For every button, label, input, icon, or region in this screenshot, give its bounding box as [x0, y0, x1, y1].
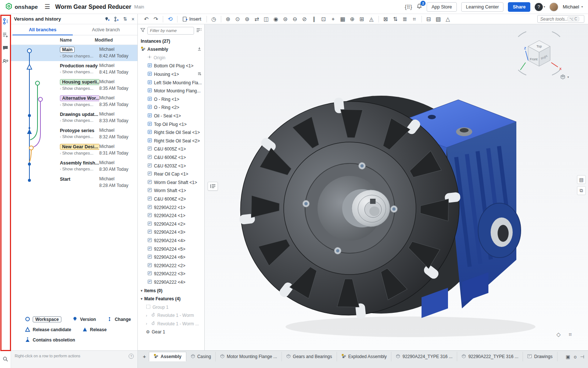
mate-features-section-header[interactable]: ▾Mate Features (4): [138, 295, 204, 303]
instance-row[interactable]: Left Side Mounting Fla...: [138, 78, 204, 87]
instance-row[interactable]: Group 1: [138, 303, 204, 311]
show-changes-link[interactable]: › Show changes...: [60, 167, 99, 171]
version-row[interactable]: Protoype series› Show changes...Michael8…: [11, 126, 137, 142]
cylindrical-mate-icon[interactable]: ⊜: [281, 15, 290, 23]
version-row[interactable]: StartMichael8:28 AM Today: [11, 174, 137, 191]
open-data-panel-icon[interactable]: ▤: [577, 175, 586, 184]
app-store-button[interactable]: App Store: [427, 2, 457, 12]
learning-center-button[interactable]: Learning Center: [461, 2, 504, 12]
instance-row[interactable]: 92290A222 <2>: [138, 261, 204, 270]
instance-row[interactable]: 92290A224 <4>: [138, 237, 204, 245]
main-menu-icon[interactable]: ☰: [44, 3, 50, 11]
tab-all-branches[interactable]: All branches: [11, 24, 74, 35]
version-row[interactable]: Housing superli...› Show changes...Micha…: [11, 77, 137, 93]
instance-row[interactable]: Top Oil Plug <1>: [138, 120, 204, 128]
instance-row[interactable]: 92290A224 <5>: [138, 245, 204, 253]
circular-pattern-icon[interactable]: ⊕: [348, 15, 357, 23]
feature-script-icon[interactable]: {⠿}: [405, 4, 412, 10]
group-icon[interactable]: ⊡: [319, 15, 329, 23]
mate-icon[interactable]: ⊛: [223, 15, 233, 23]
instance-row[interactable]: 92290A224 <1>: [138, 212, 204, 220]
instance-row[interactable]: ›Revolute 1 - Worm ...: [138, 320, 204, 328]
instance-row[interactable]: 92290A222 <4>: [138, 278, 204, 287]
list-options-icon[interactable]: [196, 28, 202, 33]
share-button[interactable]: Share: [508, 2, 530, 12]
notifications-bell-icon[interactable]: 2: [416, 3, 422, 10]
instance-row[interactable]: O - Ring <1>: [138, 95, 204, 104]
pin-slot-mate-icon[interactable]: ⊖: [290, 15, 300, 23]
graphics-viewport[interactable]: Top Front Right Z X ▾ ▤ ⧉ ◇ ⌗: [205, 24, 588, 350]
create-branch-icon[interactable]: [114, 17, 119, 22]
versions-history-panel-icon[interactable]: [2, 18, 9, 25]
onshape-logo[interactable]: onshape: [5, 3, 38, 11]
tab-gears-and-bearings[interactable]: Gears and Bearings: [282, 352, 337, 361]
instance-row[interactable]: 92290A224 <3>: [138, 228, 204, 237]
tab-motor-mounting-flange-[interactable]: Motor Mounting Flange ...: [216, 352, 282, 361]
bom-icon[interactable]: ≣: [400, 15, 410, 23]
release-icon[interactable]: △: [443, 15, 453, 23]
dock-panel-icon[interactable]: ⊣: [580, 354, 584, 360]
undo-icon[interactable]: ↶: [141, 15, 151, 23]
instance-row[interactable]: C&U 6006Z <2>: [138, 195, 204, 204]
mate-connector-icon[interactable]: ⌖: [329, 15, 338, 23]
filter-by-name-input[interactable]: [147, 27, 194, 35]
ball-mate-icon[interactable]: ◉: [271, 15, 281, 23]
open-reference-panel-icon[interactable]: ⧉: [577, 186, 586, 195]
version-row[interactable]: Production ready› Show changes...Michael…: [11, 61, 137, 77]
create-version-icon[interactable]: [105, 17, 110, 22]
instance-row[interactable]: Worm Gear Shaft <1>: [138, 178, 204, 187]
slider-mate-icon[interactable]: ⇄: [252, 15, 262, 23]
instance-row[interactable]: Motor Mounting Flang...: [138, 87, 204, 95]
isolate-icon[interactable]: ◇: [556, 331, 561, 338]
instance-row[interactable]: ⚙Gear 1: [138, 328, 204, 336]
tab-92290a222-type-316-[interactable]: 92290A222_TYPE 316 ...: [457, 352, 523, 361]
instance-row[interactable]: Housing <1>: [138, 70, 204, 79]
tab-assembly[interactable]: Assembly: [149, 352, 186, 361]
show-changes-link[interactable]: › Show changes...: [60, 54, 99, 58]
incontext-icon[interactable]: [197, 72, 201, 77]
tangent-mate-icon[interactable]: ⊘: [300, 15, 309, 23]
feature-list-panel-icon[interactable]: [2, 31, 9, 38]
thumbnail-icon[interactable]: ▣: [566, 354, 570, 360]
section-grid-icon[interactable]: ⌗: [569, 331, 572, 338]
tab-92290a224-type-316-[interactable]: 92290A224_TYPE 316 ...: [391, 352, 457, 361]
version-row[interactable]: Drawings updat...› Show changes...Michae…: [11, 110, 137, 126]
instance-row[interactable]: 92290A222 <3>: [138, 270, 204, 278]
drawing-icon[interactable]: ⊟: [424, 15, 434, 23]
follow-panel-icon[interactable]: [2, 57, 9, 65]
parallel-mate-icon[interactable]: ∥: [309, 15, 319, 23]
follow-mode-icon[interactable]: ⟲: [165, 15, 175, 23]
show-changes-link[interactable]: › Show changes...: [60, 134, 99, 139]
structure-tree-toggle[interactable]: [208, 182, 218, 191]
tab-drawings[interactable]: Drawings: [523, 352, 557, 361]
version-row[interactable]: Assembly finish...› Show changes...Micha…: [11, 158, 137, 174]
help-hint-icon[interactable]: ?: [129, 354, 134, 359]
instance-row[interactable]: C&U 6203Z <1>: [138, 162, 204, 170]
tab-active-branch[interactable]: Active branch: [74, 24, 137, 35]
instance-row[interactable]: O - Ring <2>: [138, 103, 204, 112]
snapshot-icon[interactable]: ⊠: [381, 15, 391, 23]
worm-shaft-part[interactable]: [342, 189, 390, 227]
sync-icon[interactable]: ⇅: [123, 16, 127, 22]
instance-row[interactable]: Worm Shaft <1>: [138, 187, 204, 195]
flange-bolt[interactable]: [390, 205, 397, 212]
add-tab-button[interactable]: +: [140, 352, 149, 361]
instance-row[interactable]: Right Side Oil Seal <2>: [138, 137, 204, 145]
explode-icon[interactable]: ◬: [367, 15, 376, 23]
linear-pattern-icon[interactable]: ▦: [338, 15, 348, 23]
instance-row[interactable]: 92290A224 <6>: [138, 253, 204, 262]
instance-row[interactable]: Origin: [138, 54, 204, 62]
instance-row[interactable]: Oil - Seal <1>: [138, 112, 204, 120]
tab-exploded-assembly[interactable]: Exploded Assembly: [337, 352, 392, 361]
comments-panel-icon[interactable]: [2, 44, 9, 52]
sheet-metal-icon[interactable]: ▧: [434, 15, 443, 23]
search-tools[interactable]: ⌥ C: [537, 15, 584, 23]
fastened-mate-icon[interactable]: ⊙: [233, 15, 243, 23]
instance-row[interactable]: 92290A222 <1>: [138, 203, 204, 212]
tab-casing[interactable]: Casing: [186, 352, 216, 361]
help-menu[interactable]: ?▾: [535, 3, 545, 11]
view-cube[interactable]: Top Front Right Z X: [512, 29, 567, 78]
replicate-icon[interactable]: ⊞: [357, 15, 367, 23]
download-icon[interactable]: [197, 47, 201, 52]
view-options-cube-icon[interactable]: ▾: [560, 74, 569, 80]
